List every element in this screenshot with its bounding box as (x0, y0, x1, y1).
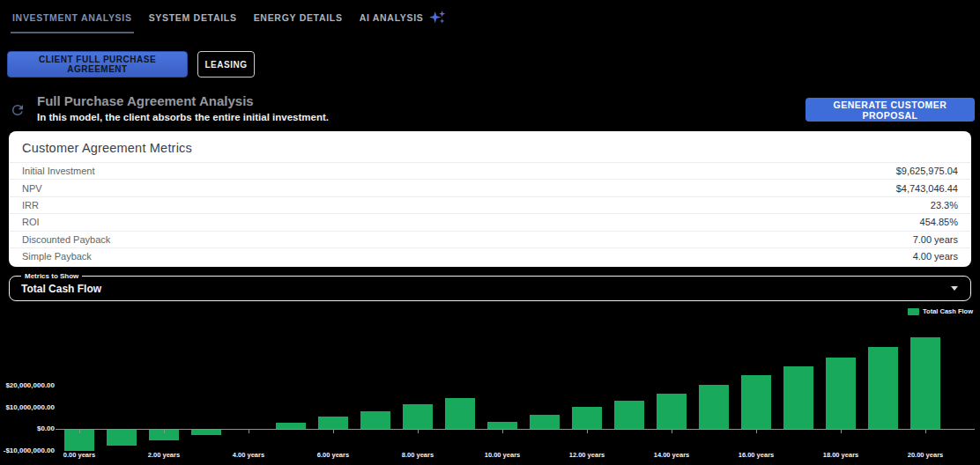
y-axis-label: $10,000,000.00 (0, 403, 55, 412)
cash-flow-bar (487, 422, 517, 429)
metric-label: IRR (22, 200, 39, 210)
metric-label: ROI (22, 217, 40, 227)
section-title: Full Purchase Agreement Analysis (37, 93, 254, 108)
x-axis-label: 20.00 years (897, 451, 954, 459)
x-axis-label: 8.00 years (390, 451, 446, 459)
x-axis-tick (587, 430, 588, 433)
tab-label: SYSTEM DETAILS (149, 12, 237, 23)
cash-flow-bar (403, 404, 433, 429)
metric-label: NPV (22, 183, 42, 194)
x-axis-tick (249, 430, 249, 433)
cash-flow-bar (530, 415, 560, 429)
table-row: NPV $4,743,046.44 (9, 179, 971, 196)
generate-customer-proposal-button[interactable]: GENERATE CUSTOMER PROPOSAL (806, 98, 975, 122)
tab-label: AI ANALYSIS (360, 12, 424, 23)
cash-flow-bar (783, 366, 813, 429)
chevron-down-icon (951, 286, 958, 291)
select-label: Metrics to Show (21, 272, 82, 280)
client-full-purchase-agreement-button[interactable]: CLIENT FULL PURCHASE AGREEMENT (7, 51, 188, 78)
leasing-button[interactable]: LEASING (197, 51, 255, 78)
y-axis-label: -$10,000,000.00 (0, 447, 55, 455)
x-axis-label: 4.00 years (220, 451, 277, 459)
chart-legend: Total Cash Flow (908, 307, 973, 315)
cash-flow-bar (360, 411, 390, 429)
tab-label: ENERGY DETAILS (254, 12, 343, 23)
x-axis-tick (502, 430, 503, 433)
x-axis-label: 18.00 years (813, 451, 869, 459)
tab-ai-analysis[interactable]: AI ANALYSIS (358, 8, 448, 33)
metric-value: 23.3% (931, 200, 958, 210)
x-axis-tick (79, 430, 80, 433)
x-axis-label: 6.00 years (305, 451, 361, 459)
tab-system-details[interactable]: SYSTEM DETAILS (147, 8, 239, 33)
cash-flow-bar (910, 337, 940, 429)
x-axis-tick (164, 430, 165, 433)
metrics-to-show-select[interactable]: Metrics to Show Total Cash Flow (9, 276, 971, 301)
x-axis-tick (756, 430, 757, 433)
metric-value: 4.00 years (913, 251, 958, 262)
customer-agreement-metrics-card: Customer Agreement Metrics Initial Inves… (9, 131, 971, 267)
metric-label: Simple Payback (22, 251, 92, 262)
x-axis-label: 16.00 years (728, 451, 784, 459)
select-value: Total Cash Flow (21, 283, 101, 295)
section-subtitle: In this model, the client absorbs the en… (37, 112, 329, 122)
tab-investment-analysis[interactable]: INVESTMENT ANALYSIS (11, 8, 134, 33)
table-row: Discounted Payback 7.00 years (9, 231, 971, 247)
x-axis-tick (925, 430, 926, 433)
cash-flow-bar (699, 385, 729, 429)
cash-flow-bar (276, 423, 306, 429)
cash-flow-bar (318, 417, 348, 429)
x-axis-tick (672, 430, 672, 433)
tab-energy-details[interactable]: ENERGY DETAILS (252, 8, 345, 33)
refresh-icon[interactable] (10, 102, 26, 118)
legend-swatch (908, 308, 919, 315)
cash-flow-bar (572, 407, 602, 429)
y-axis-label: $0.00 (0, 424, 55, 433)
y-axis-label: $20,000,000.00 (0, 381, 55, 390)
metric-value: 454.85% (920, 217, 958, 227)
legend-label: Total Cash Flow (923, 307, 973, 315)
card-title: Customer Agreement Metrics (9, 131, 971, 162)
x-axis-tick (333, 430, 334, 433)
cash-flow-bar (657, 394, 687, 429)
table-row: ROI 454.85% (9, 213, 971, 230)
x-axis-label: 12.00 years (559, 451, 615, 459)
metric-label: Discounted Payback (22, 234, 110, 245)
metric-value: $9,625,975.04 (896, 166, 958, 176)
x-axis-label: 2.00 years (136, 451, 192, 459)
table-row: Initial Investment $9,625,975.04 (9, 162, 971, 179)
x-axis-tick (418, 430, 419, 433)
metric-value: $4,743,046.44 (896, 183, 958, 194)
cash-flow-bar (107, 430, 137, 446)
top-nav: INVESTMENT ANALYSIS SYSTEM DETAILS ENERG… (0, 0, 448, 33)
x-axis-tick (841, 430, 842, 433)
table-row: IRR 23.3% (9, 196, 971, 213)
x-axis-label: 10.00 years (474, 451, 531, 459)
table-row: Simple Payback 4.00 years (9, 247, 971, 264)
tab-label: INVESTMENT ANALYSIS (12, 12, 132, 23)
cash-flow-bar (868, 347, 898, 429)
metric-label: Initial Investment (22, 166, 95, 176)
cash-flow-bar (445, 398, 475, 429)
cash-flow-bar (191, 430, 221, 435)
cash-flow-bar (826, 358, 856, 429)
metric-value: 7.00 years (913, 234, 958, 245)
cash-flow-bar (614, 401, 644, 429)
x-axis-label: 0.00 years (51, 451, 108, 459)
cash-flow-chart: $20,000,000.00$10,000,000.00$0.00-$10,00… (0, 321, 980, 465)
ai-sparkle-icon (429, 10, 446, 26)
cash-flow-bar (741, 375, 771, 429)
x-axis-label: 14.00 years (643, 451, 700, 459)
